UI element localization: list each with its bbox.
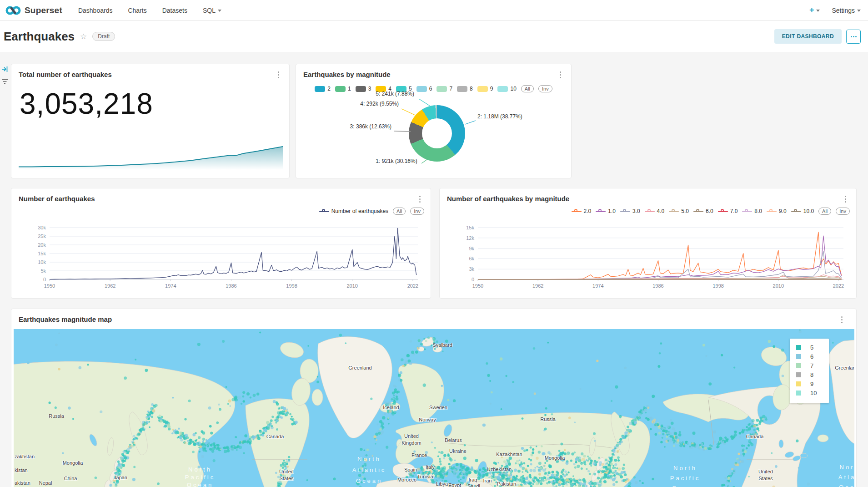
series-marker-icon	[572, 209, 582, 213]
legend-item-2.0[interactable]: 2.0	[572, 208, 592, 214]
map-label: Belarus	[445, 437, 462, 443]
series-marker-icon	[645, 209, 655, 213]
series-Number of earthquakes	[50, 228, 416, 279]
legend-item-10[interactable]: 10	[497, 86, 516, 92]
favorite-star-icon[interactable]: ☆	[80, 32, 87, 41]
legend-swatch	[437, 86, 447, 92]
chart-title: Number of earthquakes	[19, 195, 95, 203]
svg-text:6k: 6k	[469, 256, 474, 261]
line2-legend: 2.01.03.04.05.06.07.08.09.010.0AllInv	[572, 208, 850, 215]
legend-item-4.0[interactable]: 4.0	[645, 208, 665, 214]
superset-brand[interactable]: Superset	[5, 5, 62, 16]
donut-callout-label: 3: 386k (12.63%)	[350, 123, 391, 130]
world-map[interactable]: 5678910 NorthPacificOceanNorthAtlanticOc…	[14, 329, 854, 487]
map-label: akistan	[15, 480, 30, 486]
chevron-down-icon	[857, 10, 861, 12]
map-label: Spain	[404, 467, 417, 472]
legend-item-1[interactable]: 1	[335, 86, 351, 92]
new-item-button[interactable]: +	[809, 5, 820, 15]
settings-menu[interactable]: Settings	[832, 7, 861, 14]
filter-icon[interactable]	[1, 79, 8, 85]
card-number-of-earthquakes: Number of earthquakes Number of earthqua…	[11, 188, 431, 299]
donut-callout-label: 5: 241k (7.88%)	[376, 91, 414, 97]
page-title: Earthquakes	[4, 30, 75, 44]
nav-item-sql[interactable]: SQL	[195, 7, 229, 14]
line2-plot: 03k6k9k12k15k195019621974198619982010202…	[440, 224, 857, 297]
series-3.0	[478, 251, 842, 279]
legend-item-Number of earthquakes[interactable]: Number of earthquakes	[319, 208, 388, 214]
svg-text:1986: 1986	[652, 283, 663, 289]
legend-item-8[interactable]: 8	[457, 86, 473, 92]
legend-inverse-button[interactable]: Inv	[538, 85, 552, 92]
map-label: Greenland	[835, 365, 854, 370]
legend-item-6.0[interactable]: 6.0	[693, 208, 713, 214]
kebab-menu-icon[interactable]	[839, 315, 844, 325]
nav-item-charts[interactable]: Charts	[120, 7, 154, 14]
expand-filter-bar-icon[interactable]	[1, 66, 8, 72]
nav-item-dashboards[interactable]: Dashboards	[70, 7, 120, 14]
legend-item-3.0[interactable]: 3.0	[620, 208, 640, 214]
svg-text:10k: 10k	[38, 259, 46, 265]
legend-item-7.0[interactable]: 7.0	[718, 208, 738, 214]
svg-text:2010: 2010	[347, 283, 358, 289]
ocean-label: Atlantic	[352, 467, 386, 473]
legend-inverse-button[interactable]: Inv	[836, 208, 850, 215]
legend-swatch	[457, 86, 467, 92]
legend-item-9[interactable]: 9	[477, 86, 493, 92]
kebab-menu-icon[interactable]	[843, 194, 848, 204]
legend-item-2[interactable]: 2	[315, 86, 331, 92]
legend-item-1.0[interactable]: 1.0	[596, 208, 616, 214]
legend-item-8.0[interactable]: 8.0	[742, 208, 762, 214]
ocean-label: Nor	[840, 464, 854, 471]
legend-item-5.0[interactable]: 5.0	[669, 208, 689, 214]
legend-inverse-button[interactable]: Inv	[410, 208, 424, 215]
map-legend-item-6: 6	[796, 353, 823, 360]
legend-all-button[interactable]: All	[393, 208, 406, 215]
map-legend-item-10: 10	[796, 390, 823, 396]
map-label: France	[411, 452, 427, 458]
brand-name: Superset	[25, 5, 62, 15]
legend-item-7[interactable]: 7	[437, 86, 452, 92]
legend-all-button[interactable]: All	[521, 85, 534, 92]
series-marker-icon	[620, 209, 630, 213]
svg-text:1998: 1998	[286, 283, 297, 289]
kebab-menu-icon[interactable]	[276, 70, 281, 80]
edit-dashboard-button[interactable]: EDIT DASHBOARD	[774, 29, 842, 44]
more-options-button[interactable]	[846, 30, 861, 44]
chart-title: Total number of earthquakes	[19, 71, 112, 78]
map-label: Mongolia	[545, 455, 565, 461]
top-navbar: Superset DashboardsChartsDatasetsSQL + S…	[0, 0, 868, 21]
series-1.0	[478, 236, 842, 279]
card-total-earthquakes: Total number of earthquakes 3,053,218	[11, 64, 290, 178]
svg-text:25k: 25k	[38, 233, 46, 239]
kebab-menu-icon[interactable]	[417, 194, 422, 204]
ocean-label: Ocean	[672, 485, 698, 487]
map-label: Mongolia	[63, 460, 83, 466]
ocean-label: North	[673, 465, 697, 472]
kebab-menu-icon[interactable]	[558, 70, 563, 80]
nav-item-datasets[interactable]: Datasets	[155, 7, 195, 14]
legend-swatch	[356, 86, 366, 92]
legend-item-6[interactable]: 6	[416, 86, 432, 92]
map-label: zakhstan	[15, 454, 35, 459]
legend-swatch	[416, 86, 427, 92]
series-marker-icon	[596, 209, 606, 213]
svg-text:9k: 9k	[469, 246, 474, 251]
legend-item-10.0[interactable]: 10.0	[791, 208, 814, 214]
svg-text:1986: 1986	[226, 283, 236, 289]
map-legend-item-7: 7	[796, 362, 823, 369]
legend-item-9.0[interactable]: 9.0	[767, 208, 787, 214]
map-legend-item-5: 5	[796, 344, 823, 351]
map-label: Svalbard	[432, 342, 452, 348]
legend-item-3[interactable]: 3	[356, 86, 371, 92]
filter-rail	[1, 66, 10, 85]
series-marker-icon	[693, 209, 703, 213]
superset-logo-icon	[5, 5, 21, 16]
map-label: Canada	[266, 434, 284, 439]
legend-all-button[interactable]: All	[818, 208, 831, 215]
map-label: Egypt	[448, 482, 461, 487]
map-label: Canada	[746, 434, 764, 439]
card-earthquakes-by-magnitude: Earthquakes by magnitude 21345678910AllI…	[296, 64, 572, 178]
svg-text:1950: 1950	[44, 283, 55, 289]
map-label: Nepal	[39, 480, 52, 486]
